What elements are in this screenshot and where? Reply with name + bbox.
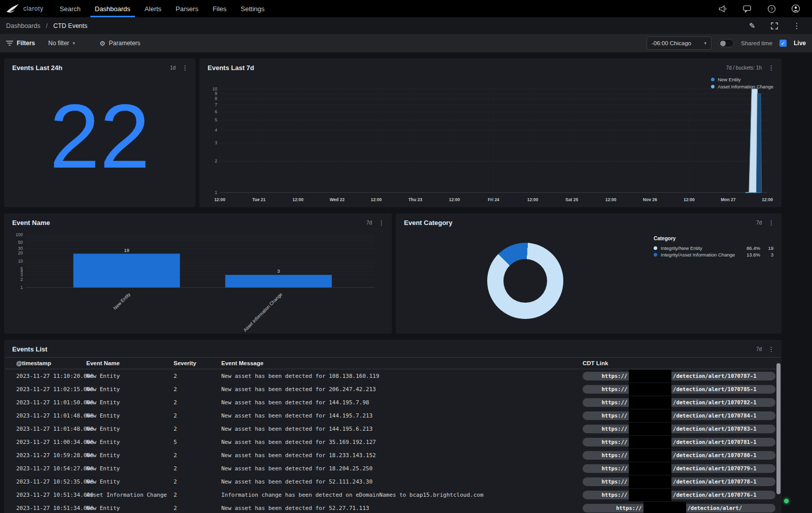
svg-text:3: 3	[215, 140, 217, 145]
svg-text:3: 3	[277, 268, 280, 274]
table-scrollbar[interactable]	[776, 363, 781, 494]
cdt-link[interactable]: https:///detection/alert/1070783-1	[583, 425, 775, 433]
panel-range: 7d	[756, 220, 762, 226]
cdt-link[interactable]: https:///detection/alert/1070776-1	[583, 491, 775, 499]
table-row[interactable]: 2023-11-27 10:52:35.000New Entity2New as…	[5, 475, 781, 488]
panel-range: 7d / buckets: 1h	[726, 65, 762, 71]
panel-kebab-menu-icon[interactable]: ⋮	[768, 219, 774, 226]
table-row[interactable]: 2023-11-27 11:02:15.000New Entity2New as…	[5, 382, 781, 396]
cdt-link[interactable]: https:///detection/alert/1070780-1	[583, 451, 775, 460]
svg-text:Fri 24: Fri 24	[488, 197, 499, 202]
cdt-link[interactable]: https:///detection/alert/1070785-1	[583, 385, 775, 394]
timezone-value: -06:00 Chicago	[652, 40, 691, 46]
table-row[interactable]: 2023-11-27 10:51:34.000New Entity2New as…	[5, 501, 781, 513]
breadcrumb-dashboards[interactable]: Dashboards	[6, 22, 40, 29]
timezone-select[interactable]: -06:00 Chicago ▾	[647, 37, 712, 50]
table-row[interactable]: 2023-11-27 11:00:34.000New Entity5New as…	[5, 435, 781, 448]
table-row[interactable]: 2023-11-27 11:01:48.000New Entity2New as…	[5, 422, 781, 435]
brand[interactable]: claroty	[6, 4, 44, 14]
donut-chart[interactable]	[487, 243, 563, 319]
edit-pencil-icon[interactable]: ✎	[747, 21, 757, 31]
nav-item-search[interactable]: Search	[53, 0, 88, 17]
panel-kebab-menu-icon[interactable]: ⋮	[768, 65, 774, 71]
toggle-knob	[720, 41, 726, 46]
claroty-logo	[6, 4, 19, 14]
table-row[interactable]: 2023-11-27 11:01:48.000New Entity2New as…	[5, 409, 781, 422]
svg-text:12:00: 12:00	[605, 197, 617, 202]
shared-time-toggle[interactable]	[719, 39, 734, 47]
donut-legend: Category Integrity/New Entity86.4%19Inte…	[654, 236, 773, 258]
nav-item-alerts[interactable]: Alerts	[138, 0, 168, 17]
nav-item-parsers[interactable]: Parsers	[168, 0, 206, 17]
panel-range: 7d	[366, 220, 372, 226]
panel-title: Event Name	[12, 219, 50, 227]
panel-events-list: Events List 7d ⋮ @timestampEvent NameSev…	[4, 340, 782, 513]
breadcrumb-bar: Dashboards / CTD Events ✎ ⋮	[0, 17, 812, 34]
cdt-link[interactable]: https:///detection/alert/1070781-1	[583, 438, 775, 446]
table-row[interactable]: 2023-11-27 11:01:50.000New Entity2New as…	[5, 396, 781, 409]
legend-item[interactable]: Integrity/New Entity86.4%19	[654, 245, 773, 251]
timeseries-chart: 1234567891012:00Tue 2112:00Wed 2212:00Th…	[207, 85, 774, 204]
panel-events-last-7d: Events Last 7d 7d / buckets: 1h ⋮ New En…	[199, 58, 782, 207]
nav-item-files[interactable]: Files	[206, 0, 233, 17]
nav-item-settings[interactable]: Settings	[233, 0, 272, 17]
column-header[interactable]: @timestamp	[5, 360, 86, 366]
legend-item[interactable]: New Entity	[711, 77, 773, 82]
svg-text:2: 2	[20, 277, 23, 282]
svg-text:12:00: 12:00	[527, 197, 538, 202]
column-header[interactable]: Severity	[174, 360, 221, 366]
table-row[interactable]: 2023-11-27 10:51:34.000Asset Information…	[5, 488, 781, 501]
table-row[interactable]: 2023-11-27 10:59:28.000New Entity2New as…	[5, 448, 781, 462]
panel-title: Event Category	[404, 219, 452, 227]
shared-time-label: Shared time	[741, 40, 772, 46]
filter-bar: Filters No filter ▾ ⚙ Parameters -06:00 …	[0, 34, 812, 52]
cdt-link[interactable]: https:///detection/alert/1070784-1	[583, 411, 775, 420]
nav-items: SearchDashboardsAlertsParsersFilesSettin…	[53, 0, 272, 17]
column-header[interactable]: Event Message	[221, 360, 583, 366]
redacted-host	[644, 502, 686, 513]
panel-title: Events List	[12, 345, 47, 353]
cdt-link[interactable]: https:///detection/alert/	[583, 504, 775, 512]
column-header[interactable]: Event Name	[86, 360, 174, 366]
stat-value: 22	[50, 91, 150, 182]
svg-text:12:00: 12:00	[292, 197, 303, 202]
breadcrumb-separator: /	[46, 22, 47, 29]
filters-button[interactable]: Filters	[6, 40, 35, 47]
cdt-link[interactable]: https:///detection/alert/1070782-1	[583, 398, 775, 407]
table-row[interactable]: 2023-11-27 10:54:27.000New Entity2New as…	[5, 462, 781, 475]
panel-kebab-menu-icon[interactable]: ⋮	[378, 219, 385, 226]
panel-title: Events Last 24h	[12, 64, 62, 72]
column-header[interactable]: CDT Link	[583, 360, 781, 366]
svg-text:6: 6	[215, 109, 217, 114]
cdt-link[interactable]: https:///detection/alert/1070787-1	[583, 372, 775, 380]
table-row[interactable]: 2023-11-27 11:10:20.000New Entity2New as…	[5, 369, 781, 382]
svg-text:Mon 27: Mon 27	[721, 197, 736, 202]
panel-kebab-menu-icon[interactable]: ⋮	[182, 65, 188, 71]
cdt-link[interactable]: https:///detection/alert/1070779-1	[583, 464, 775, 473]
live-checkbox[interactable]: ✓	[780, 40, 787, 47]
account-icon[interactable]	[791, 4, 801, 14]
legend-item[interactable]: Integrity/Asset Information Change13.6%3	[654, 251, 773, 258]
live-status-dot	[784, 499, 789, 503]
redacted-host	[629, 489, 671, 501]
announcements-icon[interactable]	[718, 4, 728, 14]
help-icon[interactable]: ?	[766, 4, 776, 14]
svg-text:12:00: 12:00	[370, 197, 382, 202]
svg-text:12:00: 12:00	[762, 197, 773, 202]
feedback-chat-icon[interactable]	[742, 4, 752, 14]
filter-select[interactable]: No filter ▾	[48, 40, 75, 47]
brand-name: claroty	[23, 5, 44, 12]
fullscreen-icon[interactable]	[769, 21, 780, 31]
svg-text:10: 10	[213, 86, 218, 91]
panel-kebab-menu-icon[interactable]: ⋮	[768, 346, 774, 352]
parameters-button[interactable]: ⚙ Parameters	[99, 40, 141, 47]
table-body: 2023-11-27 11:10:20.000New Entity2New as…	[5, 369, 781, 513]
top-navigation: claroty SearchDashboardsAlertsParsersFil…	[0, 0, 812, 17]
svg-text:10: 10	[18, 259, 23, 264]
page-kebab-menu-icon[interactable]: ⋮	[792, 21, 802, 31]
cdt-link[interactable]: https:///detection/alert/1070778-1	[583, 477, 775, 486]
redacted-host	[629, 475, 671, 488]
live-label: Live	[794, 40, 806, 47]
nav-item-dashboards[interactable]: Dashboards	[88, 0, 138, 17]
check-icon: ✓	[781, 40, 786, 46]
